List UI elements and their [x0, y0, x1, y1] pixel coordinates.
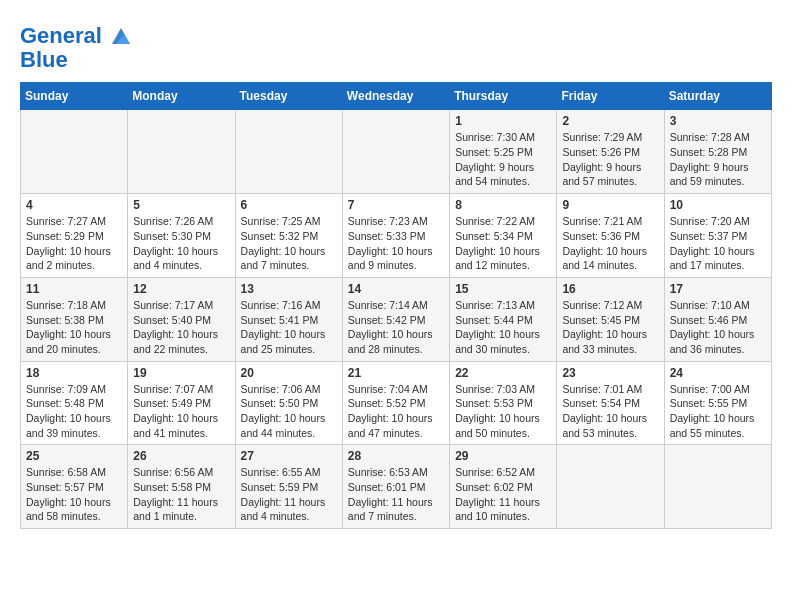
calendar-cell: 13Sunrise: 7:16 AM Sunset: 5:41 PM Dayli… — [235, 277, 342, 361]
day-info: Sunrise: 7:01 AM Sunset: 5:54 PM Dayligh… — [562, 382, 658, 441]
calendar-cell: 5Sunrise: 7:26 AM Sunset: 5:30 PM Daylig… — [128, 194, 235, 278]
calendar-cell: 3Sunrise: 7:28 AM Sunset: 5:28 PM Daylig… — [664, 110, 771, 194]
day-number: 28 — [348, 449, 444, 463]
day-number: 18 — [26, 366, 122, 380]
calendar-cell: 12Sunrise: 7:17 AM Sunset: 5:40 PM Dayli… — [128, 277, 235, 361]
calendar-cell: 4Sunrise: 7:27 AM Sunset: 5:29 PM Daylig… — [21, 194, 128, 278]
page-header: General Blue — [20, 20, 772, 72]
day-number: 22 — [455, 366, 551, 380]
day-info: Sunrise: 7:28 AM Sunset: 5:28 PM Dayligh… — [670, 130, 766, 189]
day-number: 17 — [670, 282, 766, 296]
calendar-cell: 9Sunrise: 7:21 AM Sunset: 5:36 PM Daylig… — [557, 194, 664, 278]
calendar-cell: 8Sunrise: 7:22 AM Sunset: 5:34 PM Daylig… — [450, 194, 557, 278]
calendar-cell — [342, 110, 449, 194]
day-of-week-header: Wednesday — [342, 83, 449, 110]
calendar-cell: 17Sunrise: 7:10 AM Sunset: 5:46 PM Dayli… — [664, 277, 771, 361]
calendar-cell: 21Sunrise: 7:04 AM Sunset: 5:52 PM Dayli… — [342, 361, 449, 445]
calendar-cell: 11Sunrise: 7:18 AM Sunset: 5:38 PM Dayli… — [21, 277, 128, 361]
day-info: Sunrise: 7:14 AM Sunset: 5:42 PM Dayligh… — [348, 298, 444, 357]
day-number: 12 — [133, 282, 229, 296]
day-number: 1 — [455, 114, 551, 128]
calendar-cell: 28Sunrise: 6:53 AM Sunset: 6:01 PM Dayli… — [342, 445, 449, 529]
calendar-cell — [21, 110, 128, 194]
day-info: Sunrise: 7:29 AM Sunset: 5:26 PM Dayligh… — [562, 130, 658, 189]
calendar-cell: 20Sunrise: 7:06 AM Sunset: 5:50 PM Dayli… — [235, 361, 342, 445]
day-info: Sunrise: 7:18 AM Sunset: 5:38 PM Dayligh… — [26, 298, 122, 357]
day-info: Sunrise: 7:26 AM Sunset: 5:30 PM Dayligh… — [133, 214, 229, 273]
day-info: Sunrise: 6:56 AM Sunset: 5:58 PM Dayligh… — [133, 465, 229, 524]
calendar-cell: 15Sunrise: 7:13 AM Sunset: 5:44 PM Dayli… — [450, 277, 557, 361]
calendar-week-row: 18Sunrise: 7:09 AM Sunset: 5:48 PM Dayli… — [21, 361, 772, 445]
calendar-table: SundayMondayTuesdayWednesdayThursdayFrid… — [20, 82, 772, 529]
day-info: Sunrise: 7:06 AM Sunset: 5:50 PM Dayligh… — [241, 382, 337, 441]
calendar-cell — [128, 110, 235, 194]
calendar-week-row: 11Sunrise: 7:18 AM Sunset: 5:38 PM Dayli… — [21, 277, 772, 361]
calendar-cell: 16Sunrise: 7:12 AM Sunset: 5:45 PM Dayli… — [557, 277, 664, 361]
day-info: Sunrise: 7:07 AM Sunset: 5:49 PM Dayligh… — [133, 382, 229, 441]
day-number: 24 — [670, 366, 766, 380]
calendar-cell: 27Sunrise: 6:55 AM Sunset: 5:59 PM Dayli… — [235, 445, 342, 529]
day-number: 6 — [241, 198, 337, 212]
calendar-cell: 7Sunrise: 7:23 AM Sunset: 5:33 PM Daylig… — [342, 194, 449, 278]
day-info: Sunrise: 7:22 AM Sunset: 5:34 PM Dayligh… — [455, 214, 551, 273]
day-info: Sunrise: 7:10 AM Sunset: 5:46 PM Dayligh… — [670, 298, 766, 357]
day-info: Sunrise: 6:55 AM Sunset: 5:59 PM Dayligh… — [241, 465, 337, 524]
day-number: 19 — [133, 366, 229, 380]
calendar-cell: 25Sunrise: 6:58 AM Sunset: 5:57 PM Dayli… — [21, 445, 128, 529]
calendar-cell: 22Sunrise: 7:03 AM Sunset: 5:53 PM Dayli… — [450, 361, 557, 445]
calendar-cell: 10Sunrise: 7:20 AM Sunset: 5:37 PM Dayli… — [664, 194, 771, 278]
calendar-week-row: 25Sunrise: 6:58 AM Sunset: 5:57 PM Dayli… — [21, 445, 772, 529]
day-info: Sunrise: 7:16 AM Sunset: 5:41 PM Dayligh… — [241, 298, 337, 357]
day-info: Sunrise: 6:58 AM Sunset: 5:57 PM Dayligh… — [26, 465, 122, 524]
day-number: 14 — [348, 282, 444, 296]
day-info: Sunrise: 7:00 AM Sunset: 5:55 PM Dayligh… — [670, 382, 766, 441]
calendar-cell: 1Sunrise: 7:30 AM Sunset: 5:25 PM Daylig… — [450, 110, 557, 194]
calendar-cell: 14Sunrise: 7:14 AM Sunset: 5:42 PM Dayli… — [342, 277, 449, 361]
calendar-week-row: 1Sunrise: 7:30 AM Sunset: 5:25 PM Daylig… — [21, 110, 772, 194]
calendar-cell — [235, 110, 342, 194]
day-info: Sunrise: 7:23 AM Sunset: 5:33 PM Dayligh… — [348, 214, 444, 273]
day-of-week-header: Saturday — [664, 83, 771, 110]
calendar-cell — [664, 445, 771, 529]
day-info: Sunrise: 7:03 AM Sunset: 5:53 PM Dayligh… — [455, 382, 551, 441]
day-info: Sunrise: 7:30 AM Sunset: 5:25 PM Dayligh… — [455, 130, 551, 189]
day-of-week-header: Monday — [128, 83, 235, 110]
logo-blue-text: Blue — [20, 48, 132, 72]
day-number: 16 — [562, 282, 658, 296]
logo: General Blue — [20, 24, 132, 72]
day-info: Sunrise: 7:13 AM Sunset: 5:44 PM Dayligh… — [455, 298, 551, 357]
day-info: Sunrise: 7:09 AM Sunset: 5:48 PM Dayligh… — [26, 382, 122, 441]
day-number: 23 — [562, 366, 658, 380]
calendar-cell: 24Sunrise: 7:00 AM Sunset: 5:55 PM Dayli… — [664, 361, 771, 445]
day-info: Sunrise: 7:27 AM Sunset: 5:29 PM Dayligh… — [26, 214, 122, 273]
day-number: 29 — [455, 449, 551, 463]
day-number: 3 — [670, 114, 766, 128]
day-number: 5 — [133, 198, 229, 212]
day-of-week-header: Tuesday — [235, 83, 342, 110]
calendar-cell: 23Sunrise: 7:01 AM Sunset: 5:54 PM Dayli… — [557, 361, 664, 445]
day-number: 13 — [241, 282, 337, 296]
day-info: Sunrise: 6:53 AM Sunset: 6:01 PM Dayligh… — [348, 465, 444, 524]
day-number: 8 — [455, 198, 551, 212]
day-info: Sunrise: 7:25 AM Sunset: 5:32 PM Dayligh… — [241, 214, 337, 273]
logo-text: General — [20, 24, 132, 48]
day-number: 27 — [241, 449, 337, 463]
day-number: 26 — [133, 449, 229, 463]
calendar-cell: 6Sunrise: 7:25 AM Sunset: 5:32 PM Daylig… — [235, 194, 342, 278]
day-info: Sunrise: 6:52 AM Sunset: 6:02 PM Dayligh… — [455, 465, 551, 524]
day-info: Sunrise: 7:04 AM Sunset: 5:52 PM Dayligh… — [348, 382, 444, 441]
day-number: 21 — [348, 366, 444, 380]
day-number: 20 — [241, 366, 337, 380]
day-number: 10 — [670, 198, 766, 212]
calendar-cell: 2Sunrise: 7:29 AM Sunset: 5:26 PM Daylig… — [557, 110, 664, 194]
calendar-cell: 19Sunrise: 7:07 AM Sunset: 5:49 PM Dayli… — [128, 361, 235, 445]
day-number: 4 — [26, 198, 122, 212]
day-info: Sunrise: 7:20 AM Sunset: 5:37 PM Dayligh… — [670, 214, 766, 273]
day-info: Sunrise: 7:17 AM Sunset: 5:40 PM Dayligh… — [133, 298, 229, 357]
day-number: 11 — [26, 282, 122, 296]
day-of-week-header: Friday — [557, 83, 664, 110]
day-info: Sunrise: 7:12 AM Sunset: 5:45 PM Dayligh… — [562, 298, 658, 357]
calendar-cell — [557, 445, 664, 529]
calendar-week-row: 4Sunrise: 7:27 AM Sunset: 5:29 PM Daylig… — [21, 194, 772, 278]
calendar-cell: 18Sunrise: 7:09 AM Sunset: 5:48 PM Dayli… — [21, 361, 128, 445]
